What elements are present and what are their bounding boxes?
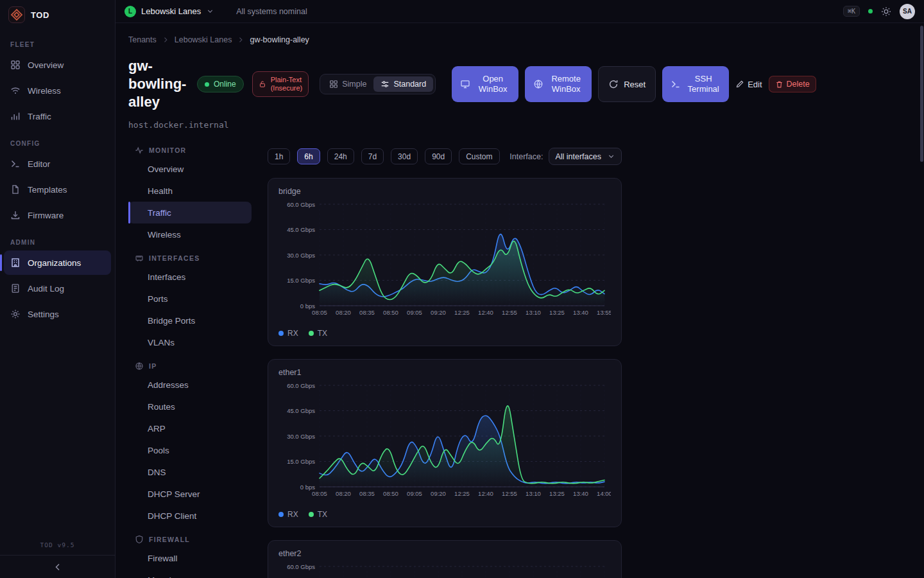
body-row: MONITOROverviewHealthTrafficWirelessINTE… (128, 137, 911, 578)
chevron-right-icon (237, 36, 244, 44)
mode-option-simple[interactable]: Simple (322, 76, 373, 92)
chart-plot-ether1: 0 bps15.0 Gbps30.0 Gbps45.0 Gbps60.0 Gbp… (278, 379, 611, 504)
sidebar-item-label: Firmware (28, 211, 64, 220)
sidebar-item-traffic[interactable]: Traffic (4, 104, 111, 128)
insecure-badge: Plain-Text (Insecure) (252, 71, 309, 97)
breadcrumb-item-tenants[interactable]: Tenants (128, 35, 157, 44)
svg-text:09:20: 09:20 (431, 309, 446, 316)
svg-text:15.0 Gbps: 15.0 Gbps (287, 458, 315, 465)
subnav-item-wireless[interactable]: Wireless (128, 223, 252, 245)
breadcrumb-item-lebowski-lanes[interactable]: Lebowski Lanes (175, 35, 232, 44)
scrollbar-thumb[interactable] (920, 26, 923, 162)
subnav-item-mangle[interactable]: Mangle (128, 569, 252, 578)
file-icon (10, 184, 21, 195)
sidebar-item-audit-log[interactable]: Audit Log (4, 276, 111, 301)
open-winbox-label: Open WinBox (475, 74, 510, 94)
sidebar-item-wireless[interactable]: Wireless (4, 78, 111, 103)
subnav-section-interfaces: INTERFACES (128, 254, 252, 263)
subnav-item-addresses[interactable]: Addresses (128, 374, 252, 396)
subnav-item-interfaces[interactable]: Interfaces (128, 266, 252, 288)
chart-plot-bridge: 0 bps15.0 Gbps30.0 Gbps45.0 Gbps60.0 Gbp… (278, 198, 611, 322)
breadcrumb: TenantsLebowski Lanesgw-bowling-alley (128, 35, 911, 44)
delete-button[interactable]: Delete (769, 76, 816, 92)
sliders-icon (381, 80, 389, 89)
subnav-item-firewall[interactable]: Firewall (128, 547, 252, 569)
subnav-item-pools[interactable]: Pools (128, 439, 252, 461)
subnav-section-firewall: FIREWALL (128, 535, 252, 544)
download-icon (10, 210, 21, 220)
svg-text:08:50: 08:50 (383, 309, 398, 316)
sidebar-item-label: Editor (28, 159, 50, 169)
logo-row: TOD (0, 0, 115, 30)
grid-icon (10, 60, 21, 70)
subnav-item-label: Interfaces (148, 272, 185, 282)
device-hostname: host.docker.internal (128, 120, 911, 130)
subnav-item-bridge-ports[interactable]: Bridge Ports (128, 310, 252, 331)
sidebar-item-templates[interactable]: Templates (4, 177, 111, 202)
svg-text:13:25: 13:25 (549, 309, 565, 316)
sidebar-nav: FLEETOverviewWirelessTrafficCONFIGEditor… (0, 30, 115, 328)
subnav-item-dhcp-server[interactable]: DHCP Server (128, 483, 252, 505)
range-button-6h[interactable]: 6h (297, 148, 320, 164)
subnav-item-dns[interactable]: DNS (128, 461, 252, 483)
sidebar-item-label: Wireless (28, 86, 61, 96)
subnav-item-overview[interactable]: Overview (128, 158, 252, 180)
open-winbox-button[interactable]: Open WinBox (452, 66, 518, 102)
sidebar-item-editor[interactable]: Editor (4, 152, 111, 176)
range-button-7d[interactable]: 7d (361, 148, 384, 164)
range-button-custom[interactable]: Custom (459, 148, 499, 164)
subnav-item-vlans[interactable]: VLANs (128, 331, 252, 353)
subnav-item-arp[interactable]: ARP (128, 417, 252, 439)
sidebar-item-firmware[interactable]: Firmware (4, 203, 111, 227)
range-button-1h[interactable]: 1h (268, 148, 290, 164)
svg-text:12:40: 12:40 (478, 490, 493, 497)
svg-text:13:40: 13:40 (573, 490, 588, 497)
subnav-item-dhcp-client[interactable]: DHCP Client (128, 505, 252, 527)
mode-option-standard[interactable]: Standard (373, 76, 433, 92)
edit-button[interactable]: Edit (735, 80, 762, 89)
svg-text:13:25: 13:25 (549, 490, 565, 497)
chevron-right-icon (162, 36, 169, 44)
subnav-item-label: DHCP Client (148, 511, 196, 521)
sidebar-item-overview[interactable]: Overview (4, 53, 111, 77)
subnav-section-ip: IP (128, 362, 252, 371)
range-button-24h[interactable]: 24h (327, 148, 354, 164)
ssh-terminal-button[interactable]: SSH Terminal (662, 66, 729, 102)
subnav-item-label: DNS (148, 468, 166, 477)
svg-text:12:40: 12:40 (478, 309, 493, 316)
range-button-90d[interactable]: 90d (425, 148, 452, 164)
range-button-30d[interactable]: 30d (391, 148, 418, 164)
main-column: L Lebowski Lanes All systems nominal ⌘K … (116, 0, 924, 578)
theme-toggle-button[interactable] (881, 6, 891, 17)
device-subnav: MONITOROverviewHealthTrafficWirelessINTE… (128, 137, 252, 578)
remote-winbox-button[interactable]: Remote WinBox (525, 66, 592, 102)
svg-text:60.0 Gbps: 60.0 Gbps (287, 563, 315, 570)
interface-select[interactable]: All interfaces (549, 148, 622, 165)
subnav-item-label: Bridge Ports (148, 316, 195, 326)
tenant-switcher[interactable]: L Lebowski Lanes (124, 6, 214, 17)
reset-button[interactable]: Reset (598, 66, 656, 102)
subnav-item-health[interactable]: Health (128, 180, 252, 202)
subnav-item-label: Overview (148, 164, 184, 174)
svg-text:13:55: 13:55 (597, 309, 611, 316)
user-avatar[interactable]: SA (900, 4, 915, 19)
svg-text:09:20: 09:20 (431, 490, 446, 497)
sidebar-section-label-config: CONFIG (10, 140, 105, 147)
subnav-item-traffic[interactable]: Traffic (128, 202, 252, 223)
svg-text:13:40: 13:40 (573, 309, 588, 316)
gear-icon (10, 309, 21, 319)
subnav-item-routes[interactable]: Routes (128, 396, 252, 417)
grid-icon (329, 80, 338, 89)
legend-label: RX (287, 329, 298, 338)
subnav-section-label: INTERFACES (149, 254, 200, 262)
mode-simple-label: Simple (342, 80, 366, 89)
command-palette-shortcut[interactable]: ⌘K (843, 6, 860, 17)
sidebar-item-organizations[interactable]: Organizations (4, 250, 111, 275)
wifi-icon (10, 85, 21, 96)
svg-text:12:55: 12:55 (502, 490, 517, 497)
charts-column: 1h6h24h7d30d90dCustom Interface: All int… (268, 137, 622, 578)
legend-dot-icon (309, 331, 314, 336)
sidebar-collapse-button[interactable] (0, 555, 115, 578)
sidebar-item-settings[interactable]: Settings (4, 302, 111, 326)
subnav-item-ports[interactable]: Ports (128, 288, 252, 310)
